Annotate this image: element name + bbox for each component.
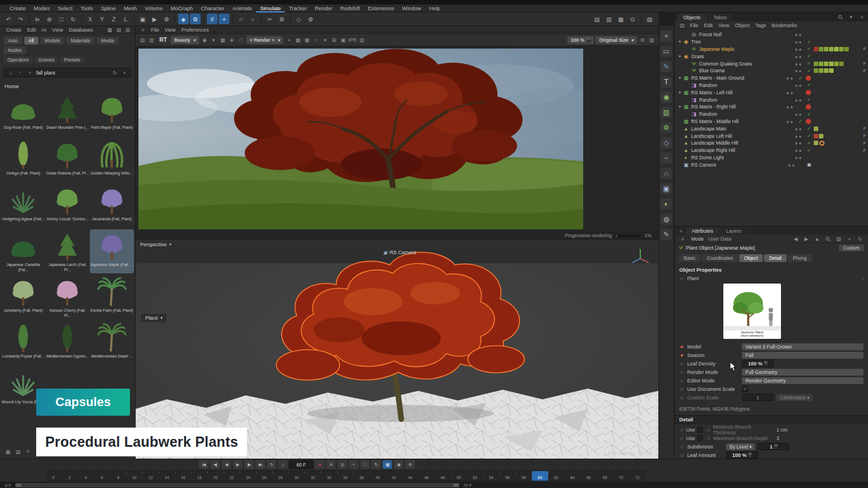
visibility-dots-icon[interactable] <box>787 90 797 95</box>
spinner-arrows-icon[interactable] <box>764 361 767 366</box>
timeline-tick-8[interactable]: 8 <box>110 471 127 481</box>
asset-item[interactable]: Hedgehog Agave (Fall... <box>1 184 45 228</box>
home-icon[interactable]: ⌂ <box>7 69 15 76</box>
material-swatch[interactable] <box>814 134 818 138</box>
autosave-clock-icon[interactable]: ⊙ <box>627 14 638 24</box>
forward-icon[interactable]: ▶ <box>802 236 810 242</box>
obj-menu-view[interactable]: View <box>715 23 732 28</box>
material-swatch[interactable] <box>819 68 823 73</box>
enabled-check-icon[interactable]: ✓ <box>805 112 813 117</box>
menu-icon[interactable]: ≡ <box>679 236 687 242</box>
search-icon[interactable] <box>824 236 832 242</box>
object-row[interactable]: ΨBlue Grama✓F <box>675 67 868 75</box>
pencil-icon[interactable]: ✎ <box>24 448 32 455</box>
timeline-tick-12[interactable]: 12 <box>142 471 159 481</box>
timeline-tick-42[interactable]: 42 <box>386 471 402 481</box>
detail-view-icon[interactable]: ▤ <box>115 27 123 33</box>
asset-item[interactable]: Japanese Larch (Fall, Pl... <box>45 229 89 273</box>
save-image-icon[interactable]: ▤ <box>138 37 146 43</box>
render-pv-icon[interactable]: ▶ <box>149 14 160 24</box>
material-swatch[interactable] <box>829 47 834 51</box>
visibility-dots-icon[interactable] <box>795 140 805 146</box>
spinner-icon[interactable] <box>587 37 591 42</box>
zoom-field[interactable]: 100 % <box>567 36 594 44</box>
custom-button[interactable]: Custom <box>839 245 864 251</box>
timeline-tick-6[interactable]: 6 <box>94 471 110 481</box>
modeling-settings-icon[interactable]: ⚙ <box>276 14 287 24</box>
visibility-dots-icon[interactable] <box>795 126 805 132</box>
menu-item-spline[interactable]: Spline <box>97 5 120 12</box>
caret-icon[interactable]: ▾ <box>321 37 329 43</box>
asset-item[interactable]: Honey Locust 'Sunbur... <box>45 184 89 228</box>
move-tool-icon[interactable]: ⊕ <box>44 14 55 24</box>
value-input[interactable]: 1 <box>742 394 774 401</box>
target-tag-icon[interactable]: ▣ <box>806 162 813 167</box>
hamburger-icon[interactable]: ≡ <box>139 27 147 33</box>
object-row[interactable]: ◐RS Dome Light <box>675 154 868 162</box>
attr-tab-basic[interactable]: Basic <box>679 254 701 262</box>
panel-options-icon[interactable]: ▥ <box>124 27 132 33</box>
value-dropdown[interactable]: Render Geometry <box>742 377 863 384</box>
layout-save-icon[interactable]: ▤ <box>592 14 602 24</box>
timeline-tick-60[interactable]: 60 <box>532 471 548 481</box>
object-row[interactable]: ▦RS Matrix - Middle Hill✓ <box>675 118 868 125</box>
obj-menu-file[interactable]: File <box>687 23 701 28</box>
menu-item-create[interactable]: Create <box>6 5 30 12</box>
enabled-check-icon[interactable]: ✓ <box>805 148 813 153</box>
object-row[interactable]: ▲Landscape Main✓F <box>675 125 868 132</box>
field-tag[interactable]: F <box>861 68 868 73</box>
autokey-button[interactable]: A <box>326 460 336 469</box>
transform-icon[interactable]: + <box>661 30 672 42</box>
x-axis-lock[interactable]: X <box>85 14 96 24</box>
history-icon[interactable]: ▥ <box>147 37 155 43</box>
field-tag[interactable]: F <box>861 61 868 66</box>
deformer-icon[interactable]: ◇ <box>661 137 672 149</box>
spinner-arrows-icon[interactable] <box>748 452 752 457</box>
visibility-dots-icon[interactable] <box>787 119 797 124</box>
obj-menu-object[interactable]: Object <box>732 23 752 28</box>
timeline-tick-46[interactable]: 46 <box>418 471 435 481</box>
menu-item-redshift[interactable]: Redshift <box>336 5 364 12</box>
visibility-dots-icon[interactable] <box>795 155 805 160</box>
timeline-tick-68[interactable]: 68 <box>597 471 613 481</box>
panel-icon[interactable]: ▧ <box>648 37 656 43</box>
timeline-tick-28[interactable]: 28 <box>272 471 289 481</box>
rotate-tool-icon[interactable]: ↻ <box>68 14 79 24</box>
timeline-tick-66[interactable]: 66 <box>580 471 597 481</box>
asset-item[interactable]: Dwarf Mountain Pine (... <box>45 92 89 136</box>
anim-diamond-icon[interactable]: ◇ <box>679 428 684 432</box>
material-icon[interactable]: ◍ <box>661 213 672 225</box>
field-icon[interactable]: ∩ <box>661 168 672 179</box>
tab-attributes[interactable]: Attributes <box>685 227 719 235</box>
timeline-tick-36[interactable]: 36 <box>337 471 354 481</box>
assets-menu-view[interactable]: View <box>49 27 66 33</box>
filter-tab-materials[interactable]: Materials <box>66 37 94 45</box>
visibility-dots-icon[interactable] <box>795 82 805 88</box>
material-swatch[interactable] <box>819 47 823 51</box>
timeline-tick-34[interactable]: 34 <box>321 471 337 481</box>
value-input[interactable]: 1 <box>758 443 789 450</box>
timeline-ruler[interactable]: 0246810121416182022242628303234363840424… <box>45 470 645 481</box>
timeline-tick-52[interactable]: 52 <box>467 471 483 481</box>
spinner-arrows-icon[interactable] <box>774 444 778 449</box>
checkbox[interactable] <box>697 435 703 441</box>
simulate-toggle-icon[interactable]: ◈ <box>178 14 189 24</box>
timeline-tick-10[interactable]: 10 <box>127 471 143 481</box>
value-input[interactable]: 100 % <box>742 360 774 367</box>
object-row[interactable]: ▾▦RS Matrix - Main Ground✓ <box>675 75 868 82</box>
menu-item-simulate[interactable]: Simulate <box>256 5 285 12</box>
camera-tool-icon[interactable]: ▣ <box>661 183 672 194</box>
timeline-tick-48[interactable]: 48 <box>435 471 451 481</box>
ring-select-icon[interactable]: ○ <box>248 14 258 24</box>
asset-item[interactable]: Kentia Palm (Fall, Plant) <box>90 275 134 319</box>
field-tag[interactable]: F <box>861 46 868 51</box>
field-tag[interactable]: F <box>861 126 868 131</box>
light-tool-icon[interactable]: ◐ <box>661 198 672 210</box>
enabled-check-icon[interactable]: ✓ <box>805 54 813 59</box>
rv-menu-file[interactable]: File <box>148 27 162 33</box>
enabled-check-icon[interactable]: ✓ <box>805 133 813 138</box>
visibility-dots-icon[interactable] <box>795 147 805 153</box>
anim-diamond-icon[interactable]: ◇ <box>679 387 684 391</box>
loop-button[interactable]: ↻ <box>267 460 276 469</box>
grid-snap-icon[interactable]: # <box>207 14 218 24</box>
